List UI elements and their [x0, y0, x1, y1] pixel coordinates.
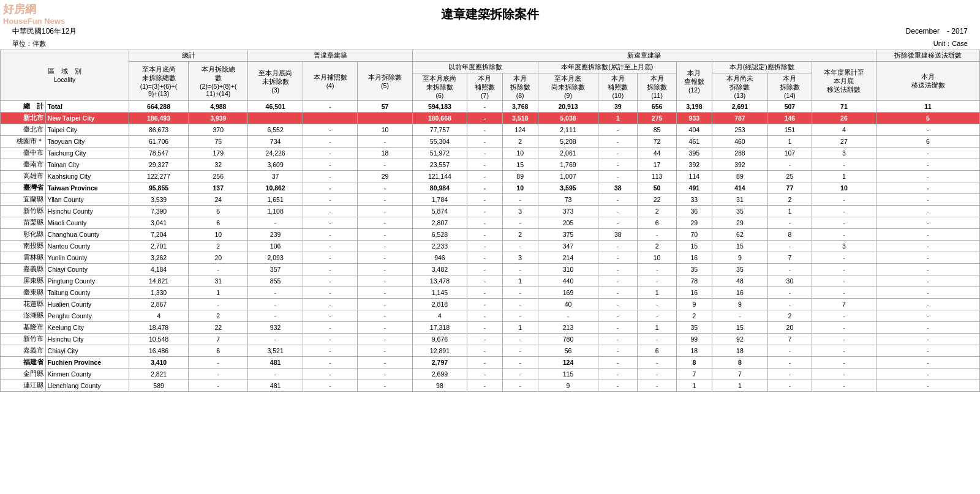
data-cell: - [502, 194, 538, 206]
data-cell: 855 [248, 275, 303, 287]
data-cell: - [876, 252, 980, 264]
data-cell: 2,867 [129, 299, 188, 310]
data-cell: 92 [712, 334, 767, 345]
data-cell: 77 [768, 182, 812, 194]
data-cell: 35 [677, 264, 712, 275]
data-cell: - [598, 148, 638, 159]
data-cell: - [467, 241, 503, 252]
data-cell: 6 [638, 345, 677, 357]
data-cell: - [502, 264, 538, 275]
locality-zh: 嘉義縣 [1, 264, 46, 275]
data-cell: 1,651 [248, 194, 303, 206]
data-cell: 1 [677, 380, 712, 392]
locality-en: Taoyuan City [45, 136, 129, 148]
data-cell: - [812, 252, 876, 264]
table-row: 總 計Total664,2884,98846,501-57594,183-3,7… [1, 101, 980, 113]
data-cell: 7 [712, 369, 767, 380]
data-cell: 1,769 [538, 159, 598, 171]
data-cell: 1 [638, 287, 677, 299]
general-header: 普違章建築 [248, 50, 412, 62]
table-row: 臺南市Tainan City29,327323,609--23,557-151,… [1, 159, 980, 171]
data-cell: 115 [538, 369, 598, 380]
data-cell: 137 [189, 182, 248, 194]
data-cell: - [638, 299, 677, 310]
locality-en: Miaoli County [45, 217, 129, 229]
data-cell: 3 [502, 252, 538, 264]
data-cell: 30 [768, 275, 812, 287]
table-row: 臺東縣Taitung County1,3301---1,145--169-116… [1, 287, 980, 299]
data-cell: 3,198 [677, 101, 712, 113]
data-cell: 1,330 [129, 287, 188, 299]
data-cell: 2 [189, 310, 248, 322]
data-cell: - [189, 299, 248, 310]
data-cell: - [467, 113, 503, 124]
this-sub2: 本月補照數(10) [598, 73, 638, 101]
locality-en: Lienchiang County [45, 380, 129, 392]
data-cell: 1 [812, 171, 876, 182]
data-cell: 122,277 [129, 171, 188, 182]
data-cell: 35 [677, 322, 712, 334]
data-cell: 26 [812, 113, 876, 124]
data-cell: - [812, 217, 876, 229]
data-cell: 2 [502, 229, 538, 241]
data-cell: - [812, 310, 876, 322]
locality-zh: 花蓮縣 [1, 299, 46, 310]
data-cell: 16 [677, 252, 712, 264]
data-cell: 9,676 [412, 334, 467, 345]
table-row: 高雄市Kaohsiung City122,27725637-29121,144-… [1, 171, 980, 182]
total-header: 總計 [129, 50, 247, 62]
data-cell: 933 [677, 113, 712, 124]
data-cell: 310 [538, 264, 598, 275]
data-cell: - [598, 299, 638, 310]
table-row: 新竹縣Hsinchu County7,39061,108--5,874-3373… [1, 206, 980, 217]
data-cell: - [303, 369, 357, 380]
locality-zh: 屏東縣 [1, 275, 46, 287]
table-row: 臺北市Taipei City86,6733706,552-1077,757-12… [1, 124, 980, 136]
total-sub2: 本月拆除總數(2)=(5)+(8)+(11)+(14) [189, 62, 248, 101]
data-cell: 24,226 [248, 148, 303, 159]
locality-zh: 宜蘭縣 [1, 194, 46, 206]
data-cell: - [598, 287, 638, 299]
data-cell: - [876, 345, 980, 357]
data-cell: 1 [768, 206, 812, 217]
data-cell: - [876, 299, 980, 310]
data-cell: - [467, 206, 503, 217]
data-cell: 23,557 [412, 159, 467, 171]
locality-zh: 臺中市 [1, 148, 46, 159]
data-cell: - [303, 345, 357, 357]
data-cell: - [598, 380, 638, 392]
data-cell: - [303, 264, 357, 275]
data-cell: 31 [189, 275, 248, 287]
data-cell: - [876, 264, 980, 275]
data-cell: - [768, 217, 812, 229]
new-sub1: 本月查報數(12) [677, 62, 712, 101]
data-cell: 3,041 [129, 217, 188, 229]
data-cell: 656 [638, 101, 677, 113]
data-cell: 7 [189, 334, 248, 345]
data-cell: - [538, 310, 598, 322]
data-cell: 10 [638, 252, 677, 264]
data-cell: 481 [248, 380, 303, 392]
data-cell: 95,855 [129, 182, 188, 194]
data-cell: 20 [768, 322, 812, 334]
data-cell: 107 [768, 148, 812, 159]
locality-zh: 連江縣 [1, 380, 46, 392]
data-cell: - [812, 194, 876, 206]
data-cell: 38 [598, 229, 638, 241]
locality-zh: 高雄市 [1, 171, 46, 182]
data-cell: 7,204 [129, 229, 188, 241]
demolish-sub1: 本年度累計至本月底移送法辦數 [812, 62, 876, 101]
new-header: 新違章建築 [412, 50, 876, 62]
data-cell: 2,093 [248, 252, 303, 264]
monthly-header: 本月(經認定)應拆除數 [712, 62, 812, 73]
data-cell: - [598, 252, 638, 264]
data-cell: 31 [712, 194, 767, 206]
data-cell: - [358, 241, 412, 252]
data-cell: 370 [189, 124, 248, 136]
main-table: 區 域 別Locality 總計 普違章建築 新違章建築 拆除後重建移送法辦數 … [0, 50, 980, 392]
data-cell: - [598, 124, 638, 136]
prev-year-header: 以前年度應拆除數 [412, 62, 538, 73]
locality-en: Penghu County [45, 310, 129, 322]
data-cell: 50 [638, 182, 677, 194]
data-cell: - [502, 380, 538, 392]
